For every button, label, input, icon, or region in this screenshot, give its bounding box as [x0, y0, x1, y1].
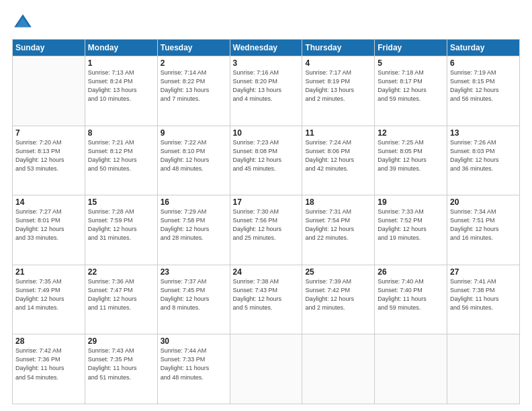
- day-cell: 20Sunrise: 7:34 AM Sunset: 7:51 PM Dayli…: [447, 195, 520, 265]
- day-cell: 11Sunrise: 7:24 AM Sunset: 8:06 PM Dayli…: [302, 126, 375, 195]
- col-header-friday: Friday: [375, 40, 447, 56]
- day-info: Sunrise: 7:37 AM Sunset: 7:45 PM Dayligh…: [161, 277, 227, 312]
- day-number: 21: [15, 267, 82, 277]
- day-cell: 21Sunrise: 7:35 AM Sunset: 7:49 PM Dayli…: [13, 265, 85, 334]
- day-number: 27: [450, 267, 517, 277]
- day-info: Sunrise: 7:36 AM Sunset: 7:47 PM Dayligh…: [88, 277, 154, 312]
- day-number: 18: [305, 197, 371, 207]
- page: SundayMondayTuesdayWednesdayThursdayFrid…: [0, 0, 532, 411]
- day-cell: 24Sunrise: 7:38 AM Sunset: 7:43 PM Dayli…: [230, 265, 302, 334]
- day-number: 16: [161, 197, 227, 207]
- day-info: Sunrise: 7:43 AM Sunset: 7:35 PM Dayligh…: [88, 347, 154, 381]
- day-cell: 29Sunrise: 7:43 AM Sunset: 7:35 PM Dayli…: [85, 334, 157, 404]
- day-cell: [447, 334, 520, 404]
- day-number: 17: [233, 197, 300, 207]
- day-info: Sunrise: 7:39 AM Sunset: 7:42 PM Dayligh…: [305, 277, 371, 312]
- day-cell: 13Sunrise: 7:26 AM Sunset: 8:03 PM Dayli…: [447, 126, 520, 195]
- header: [12, 12, 520, 34]
- day-number: 8: [88, 128, 154, 138]
- day-number: 28: [15, 336, 82, 346]
- day-info: Sunrise: 7:19 AM Sunset: 8:15 PM Dayligh…: [450, 68, 517, 103]
- logo: [12, 12, 36, 34]
- day-cell: 18Sunrise: 7:31 AM Sunset: 7:54 PM Dayli…: [302, 195, 375, 265]
- day-cell: 19Sunrise: 7:33 AM Sunset: 7:52 PM Dayli…: [375, 195, 447, 265]
- day-number: 22: [88, 267, 154, 277]
- day-cell: 25Sunrise: 7:39 AM Sunset: 7:42 PM Dayli…: [302, 265, 375, 334]
- day-cell: 2Sunrise: 7:14 AM Sunset: 8:22 PM Daylig…: [157, 56, 230, 126]
- day-info: Sunrise: 7:17 AM Sunset: 8:19 PM Dayligh…: [305, 68, 371, 103]
- day-cell: 26Sunrise: 7:40 AM Sunset: 7:40 PM Dayli…: [375, 265, 447, 334]
- day-info: Sunrise: 7:28 AM Sunset: 7:59 PM Dayligh…: [88, 208, 154, 242]
- day-cell: 1Sunrise: 7:13 AM Sunset: 8:24 PM Daylig…: [85, 56, 157, 126]
- day-number: 15: [88, 197, 154, 207]
- col-header-tuesday: Tuesday: [157, 40, 230, 56]
- day-info: Sunrise: 7:33 AM Sunset: 7:52 PM Dayligh…: [378, 208, 444, 242]
- week-row-5: 28Sunrise: 7:42 AM Sunset: 7:36 PM Dayli…: [13, 334, 520, 404]
- day-info: Sunrise: 7:27 AM Sunset: 8:01 PM Dayligh…: [15, 208, 82, 242]
- day-info: Sunrise: 7:41 AM Sunset: 7:38 PM Dayligh…: [450, 277, 517, 312]
- col-header-wednesday: Wednesday: [230, 40, 302, 56]
- day-info: Sunrise: 7:35 AM Sunset: 7:49 PM Dayligh…: [15, 277, 82, 312]
- day-cell: 28Sunrise: 7:42 AM Sunset: 7:36 PM Dayli…: [13, 334, 85, 404]
- day-info: Sunrise: 7:24 AM Sunset: 8:06 PM Dayligh…: [305, 138, 371, 173]
- day-number: 13: [450, 128, 517, 138]
- day-info: Sunrise: 7:30 AM Sunset: 7:56 PM Dayligh…: [233, 208, 300, 242]
- day-info: Sunrise: 7:20 AM Sunset: 8:13 PM Dayligh…: [15, 138, 82, 173]
- day-cell: 4Sunrise: 7:17 AM Sunset: 8:19 PM Daylig…: [302, 56, 375, 126]
- day-cell: 8Sunrise: 7:21 AM Sunset: 8:12 PM Daylig…: [85, 126, 157, 195]
- day-number: 3: [233, 58, 300, 68]
- day-info: Sunrise: 7:44 AM Sunset: 7:33 PM Dayligh…: [161, 347, 227, 381]
- day-number: 5: [378, 58, 444, 68]
- day-info: Sunrise: 7:16 AM Sunset: 8:20 PM Dayligh…: [233, 68, 300, 103]
- day-cell: 15Sunrise: 7:28 AM Sunset: 7:59 PM Dayli…: [85, 195, 157, 265]
- day-number: 20: [450, 197, 517, 207]
- day-number: 10: [233, 128, 300, 138]
- week-row-2: 7Sunrise: 7:20 AM Sunset: 8:13 PM Daylig…: [13, 126, 520, 195]
- day-cell: 6Sunrise: 7:19 AM Sunset: 8:15 PM Daylig…: [447, 56, 520, 126]
- day-info: Sunrise: 7:38 AM Sunset: 7:43 PM Dayligh…: [233, 277, 300, 312]
- day-number: 9: [161, 128, 227, 138]
- day-cell: 5Sunrise: 7:18 AM Sunset: 8:17 PM Daylig…: [375, 56, 447, 126]
- day-info: Sunrise: 7:18 AM Sunset: 8:17 PM Dayligh…: [378, 68, 444, 103]
- day-info: Sunrise: 7:14 AM Sunset: 8:22 PM Dayligh…: [161, 68, 227, 103]
- day-info: Sunrise: 7:23 AM Sunset: 8:08 PM Dayligh…: [233, 138, 300, 173]
- day-number: 25: [305, 267, 371, 277]
- day-number: 23: [161, 267, 227, 277]
- day-number: 6: [450, 58, 517, 68]
- col-header-monday: Monday: [85, 40, 157, 56]
- day-info: Sunrise: 7:42 AM Sunset: 7:36 PM Dayligh…: [15, 347, 82, 381]
- day-number: 7: [15, 128, 82, 138]
- day-info: Sunrise: 7:25 AM Sunset: 8:05 PM Dayligh…: [378, 138, 444, 173]
- day-cell: [302, 334, 375, 404]
- day-cell: [375, 334, 447, 404]
- day-number: 30: [161, 336, 227, 346]
- col-header-thursday: Thursday: [302, 40, 375, 56]
- day-info: Sunrise: 7:13 AM Sunset: 8:24 PM Dayligh…: [88, 68, 154, 103]
- logo-icon: [12, 12, 34, 34]
- day-info: Sunrise: 7:21 AM Sunset: 8:12 PM Dayligh…: [88, 138, 154, 173]
- day-number: 14: [15, 197, 82, 207]
- day-info: Sunrise: 7:22 AM Sunset: 8:10 PM Dayligh…: [161, 138, 227, 173]
- day-number: 4: [305, 58, 371, 68]
- day-info: Sunrise: 7:29 AM Sunset: 7:58 PM Dayligh…: [161, 208, 227, 242]
- day-number: 19: [378, 197, 444, 207]
- calendar: SundayMondayTuesdayWednesdayThursdayFrid…: [12, 39, 520, 404]
- day-number: 1: [88, 58, 154, 68]
- day-number: 26: [378, 267, 444, 277]
- day-cell: 22Sunrise: 7:36 AM Sunset: 7:47 PM Dayli…: [85, 265, 157, 334]
- day-number: 29: [88, 336, 154, 346]
- day-number: 11: [305, 128, 371, 138]
- day-info: Sunrise: 7:26 AM Sunset: 8:03 PM Dayligh…: [450, 138, 517, 173]
- col-header-sunday: Sunday: [13, 40, 85, 56]
- day-number: 12: [378, 128, 444, 138]
- week-row-1: 1Sunrise: 7:13 AM Sunset: 8:24 PM Daylig…: [13, 56, 520, 126]
- day-cell: 12Sunrise: 7:25 AM Sunset: 8:05 PM Dayli…: [375, 126, 447, 195]
- day-cell: 3Sunrise: 7:16 AM Sunset: 8:20 PM Daylig…: [230, 56, 302, 126]
- day-cell: 9Sunrise: 7:22 AM Sunset: 8:10 PM Daylig…: [157, 126, 230, 195]
- day-cell: 16Sunrise: 7:29 AM Sunset: 7:58 PM Dayli…: [157, 195, 230, 265]
- col-header-saturday: Saturday: [447, 40, 520, 56]
- week-row-3: 14Sunrise: 7:27 AM Sunset: 8:01 PM Dayli…: [13, 195, 520, 265]
- day-cell: [230, 334, 302, 404]
- week-row-4: 21Sunrise: 7:35 AM Sunset: 7:49 PM Dayli…: [13, 265, 520, 334]
- day-cell: 10Sunrise: 7:23 AM Sunset: 8:08 PM Dayli…: [230, 126, 302, 195]
